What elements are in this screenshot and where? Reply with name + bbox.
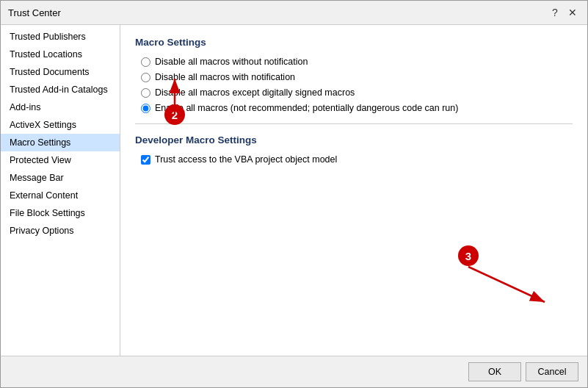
dialog-footer: OK Cancel [1, 356, 587, 387]
sidebar-item-macro-settings[interactable]: Macro Settings [1, 134, 120, 151]
dialog-body: Trusted PublishersTrusted LocationsTrust… [1, 25, 587, 356]
macro-options-group: Disable all macros without notification … [135, 57, 573, 113]
sidebar-item-trusted-publishers[interactable]: Trusted Publishers [1, 28, 120, 46]
svg-line-5 [468, 267, 545, 302]
close-button[interactable]: ✕ [565, 5, 580, 20]
macro-radio-4[interactable] [141, 104, 150, 113]
sidebar: Trusted PublishersTrusted LocationsTrust… [1, 25, 120, 356]
sidebar-item-file-block-settings[interactable]: File Block Settings [1, 204, 120, 222]
annotation-3: 3 [458, 245, 479, 266]
macro-option-2[interactable]: Disable all macros with notification [141, 72, 573, 82]
macro-label-3: Disable all macros except digitally sign… [155, 87, 355, 98]
macro-radio-3[interactable] [141, 88, 150, 98]
sidebar-item-protected-view[interactable]: Protected View [1, 151, 120, 169]
sidebar-item-activex-settings[interactable]: ActiveX Settings [1, 116, 120, 134]
title-bar-controls: ? ✕ [548, 5, 580, 20]
sidebar-item-trusted-add-in-catalogs[interactable]: Trusted Add-in Catalogs [1, 81, 120, 98]
macro-label-2: Disable all macros with notification [155, 72, 295, 82]
macro-option-4[interactable]: Enable all macros (not recommended; pote… [141, 103, 573, 113]
annotation-2: 2 [164, 104, 185, 125]
macro-label-4: Enable all macros (not recommended; pote… [155, 103, 458, 113]
macro-settings-title: Macro Settings [135, 37, 573, 48]
cancel-button[interactable]: Cancel [526, 362, 578, 381]
sidebar-item-trusted-locations[interactable]: Trusted Locations [1, 46, 120, 63]
vba-checkbox[interactable] [141, 155, 150, 165]
title-bar: Trust Center ? ✕ [1, 1, 587, 25]
annotation-3-label: 3 [465, 250, 471, 262]
help-button[interactable]: ? [548, 5, 562, 20]
sidebar-item-message-bar[interactable]: Message Bar [1, 169, 120, 187]
macro-option-3[interactable]: Disable all macros except digitally sign… [141, 87, 573, 98]
main-content: Macro Settings Disable all macros withou… [120, 25, 587, 356]
annotation-1-arrow [120, 132, 122, 161]
sidebar-item-privacy-options[interactable]: Privacy Options [1, 222, 120, 240]
annotation-2-label: 2 [172, 109, 178, 121]
sidebar-item-external-content[interactable]: External Content [1, 187, 120, 204]
sidebar-item-add-ins[interactable]: Add-ins [1, 98, 120, 116]
trust-center-dialog: Trust Center ? ✕ Trusted PublishersTrust… [0, 0, 588, 388]
ok-button[interactable]: OK [468, 362, 521, 381]
macro-label-1: Disable all macros without notification [155, 57, 308, 67]
sidebar-item-trusted-documents[interactable]: Trusted Documents [1, 63, 120, 81]
vba-checkbox-item[interactable]: Trust access to the VBA project object m… [135, 154, 573, 165]
macro-radio-2[interactable] [141, 73, 150, 82]
vba-label: Trust access to the VBA project object m… [155, 154, 337, 165]
macro-option-1[interactable]: Disable all macros without notification [141, 57, 573, 67]
macro-radio-1[interactable] [141, 57, 150, 67]
section-divider [135, 123, 573, 124]
dialog-title: Trust Center [8, 7, 61, 18]
developer-settings-title: Developer Macro Settings [135, 134, 573, 146]
